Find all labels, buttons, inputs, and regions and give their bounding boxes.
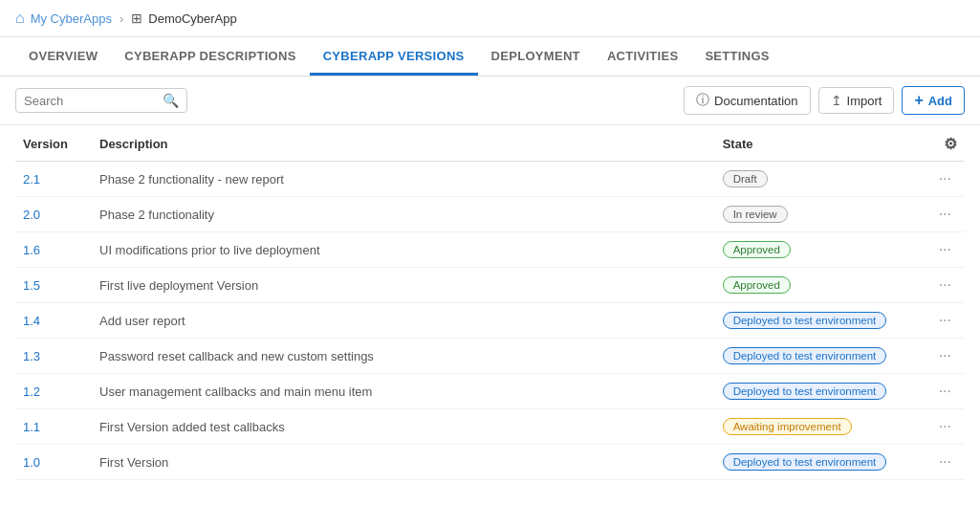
table-row: 1.1 First Version added test callbacks A…	[15, 409, 965, 445]
row-menu-button[interactable]: ···	[933, 239, 957, 259]
state-badge: In review	[723, 206, 788, 223]
import-icon: ↥	[831, 93, 842, 108]
table-row: 1.0 First Version Deployed to test envir…	[15, 445, 965, 480]
home-icon: ⌂	[15, 10, 25, 27]
row-menu-button[interactable]: ···	[933, 345, 957, 365]
table-header-row: Version Description State ⚙	[15, 125, 965, 162]
tab-versions[interactable]: CYBERAPP VERSIONS	[310, 37, 478, 76]
row-actions-cell: ···	[926, 339, 965, 374]
state-cell: Awaiting improvement	[715, 409, 926, 445]
version-cell[interactable]: 2.0	[15, 197, 92, 232]
state-badge: Draft	[723, 170, 768, 187]
tab-settings[interactable]: SETTINGS	[691, 37, 782, 76]
table-row: 1.2 User management callbacks and main m…	[15, 374, 965, 409]
row-menu-button[interactable]: ···	[933, 451, 957, 472]
tab-deployment[interactable]: DEPLOYMENT	[478, 37, 594, 76]
breadcrumb-current: ⊞ DemoCyberApp	[131, 11, 237, 26]
row-menu-button[interactable]: ···	[933, 204, 957, 224]
version-cell[interactable]: 1.3	[15, 339, 92, 374]
col-state: State	[715, 125, 926, 162]
breadcrumb-home-link[interactable]: My CyberApps	[31, 11, 112, 26]
toolbar: 🔍 ⓘ Documentation ↥ Import + Add	[0, 77, 980, 125]
grid-icon: ⊞	[131, 11, 142, 26]
row-menu-button[interactable]: ···	[933, 416, 957, 436]
state-cell: Deployed to test environment	[715, 339, 926, 374]
state-cell: In review	[715, 197, 926, 232]
version-cell[interactable]: 1.4	[15, 303, 92, 339]
table-row: 2.0 Phase 2 functionality In review ···	[15, 197, 965, 232]
search-input[interactable]	[24, 94, 159, 108]
description-cell: Phase 2 functionality	[92, 197, 715, 232]
column-settings-gear-icon[interactable]: ⚙	[944, 136, 957, 152]
version-cell[interactable]: 1.6	[15, 232, 92, 268]
row-actions-cell: ···	[926, 197, 965, 232]
table-row: 1.5 First live deployment Version Approv…	[15, 268, 965, 303]
row-actions-cell: ···	[926, 409, 965, 445]
state-badge: Deployed to test environment	[723, 383, 887, 400]
row-actions-cell: ···	[926, 232, 965, 268]
col-version: Version	[15, 125, 92, 162]
table-row: 1.6 UI modifications prior to live deplo…	[15, 232, 965, 268]
state-badge: Deployed to test environment	[723, 347, 887, 364]
version-cell[interactable]: 1.5	[15, 268, 92, 303]
versions-table-wrapper: Version Description State ⚙ 2.1 Phase 2 …	[0, 125, 980, 480]
state-cell: Approved	[715, 268, 926, 303]
col-settings: ⚙	[926, 125, 965, 162]
row-actions-cell: ···	[926, 374, 965, 409]
add-button[interactable]: + Add	[902, 86, 965, 115]
row-actions-cell: ···	[926, 445, 965, 480]
description-cell: First live deployment Version	[92, 268, 715, 303]
documentation-button[interactable]: ⓘ Documentation	[684, 86, 810, 115]
version-cell[interactable]: 1.1	[15, 409, 92, 445]
table-row: 1.4 Add user report Deployed to test env…	[15, 303, 965, 339]
description-cell: User management callbacks and main menu …	[92, 374, 715, 409]
row-actions-cell: ···	[926, 268, 965, 303]
state-cell: Deployed to test environment	[715, 445, 926, 480]
info-icon: ⓘ	[696, 92, 709, 109]
tab-bar: OVERVIEW CYBERAPP DESCRIPTIONS CYBERAPP …	[0, 37, 980, 77]
tab-overview[interactable]: OVERVIEW	[15, 37, 111, 76]
breadcrumb-separator: ›	[120, 11, 123, 26]
description-cell: UI modifications prior to live deploymen…	[92, 232, 715, 268]
breadcrumb: ⌂ My CyberApps › ⊞ DemoCyberApp	[0, 0, 980, 37]
description-cell: Phase 2 functionality - new report	[92, 162, 715, 197]
row-actions-cell: ···	[926, 162, 965, 197]
versions-table: Version Description State ⚙ 2.1 Phase 2 …	[15, 125, 965, 480]
state-cell: Approved	[715, 232, 926, 268]
row-menu-button[interactable]: ···	[933, 381, 957, 401]
description-cell: Password reset callback and new custom s…	[92, 339, 715, 374]
state-badge: Awaiting improvement	[723, 418, 852, 435]
state-cell: Draft	[715, 162, 926, 197]
row-menu-button[interactable]: ···	[933, 274, 957, 295]
plus-icon: +	[914, 92, 923, 109]
table-row: 2.1 Phase 2 functionality - new report D…	[15, 162, 965, 197]
col-description: Description	[92, 125, 715, 162]
state-badge: Deployed to test environment	[723, 453, 887, 471]
description-cell: First Version added test callbacks	[92, 409, 715, 445]
description-cell: Add user report	[92, 303, 715, 339]
state-cell: Deployed to test environment	[715, 303, 926, 339]
tab-activities[interactable]: ACTIVITIES	[594, 37, 692, 76]
tab-descriptions[interactable]: CYBERAPP DESCRIPTIONS	[111, 37, 309, 76]
row-actions-cell: ···	[926, 303, 965, 339]
search-wrapper: 🔍	[15, 88, 187, 113]
description-cell: First Version	[92, 445, 715, 480]
import-button[interactable]: ↥ Import	[818, 87, 895, 114]
row-menu-button[interactable]: ···	[933, 168, 957, 188]
table-row: 1.3 Password reset callback and new cust…	[15, 339, 965, 374]
state-badge: Approved	[723, 241, 791, 258]
state-cell: Deployed to test environment	[715, 374, 926, 409]
search-icon[interactable]: 🔍	[163, 93, 179, 108]
state-badge: Deployed to test environment	[723, 312, 887, 329]
version-cell[interactable]: 1.0	[15, 445, 92, 480]
version-cell[interactable]: 1.2	[15, 374, 92, 409]
state-badge: Approved	[723, 276, 791, 294]
version-cell[interactable]: 2.1	[15, 162, 92, 197]
row-menu-button[interactable]: ···	[933, 310, 957, 330]
